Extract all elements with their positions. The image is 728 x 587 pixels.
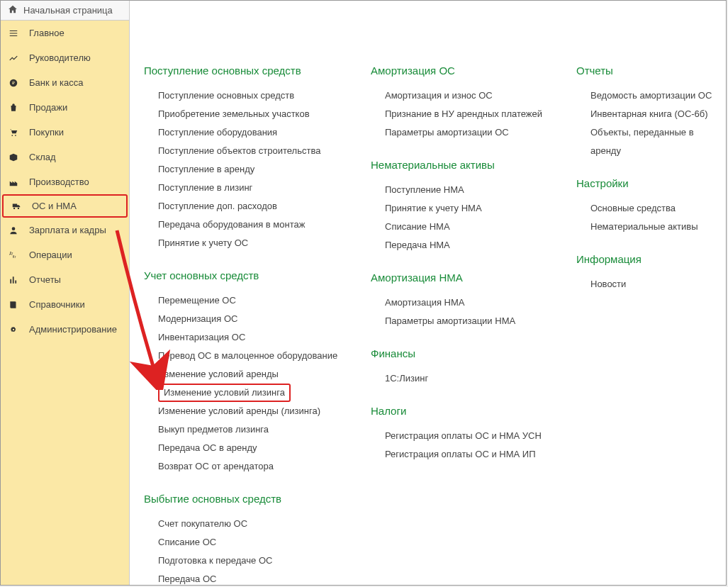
link-item[interactable]: Перемещение ОС: [158, 291, 349, 310]
section-title[interactable]: Налоги: [371, 405, 555, 417]
link-item[interactable]: Новости: [590, 275, 725, 294]
sidebar-item-main[interactable]: Главное: [1, 21, 129, 45]
sidebar-item-manager[interactable]: Руководителю: [1, 45, 129, 70]
section-title[interactable]: Финансы: [371, 347, 555, 359]
section-title[interactable]: Поступление основных средств: [144, 65, 349, 77]
section-title[interactable]: Выбытие основных средств: [144, 493, 349, 505]
link-item[interactable]: Поступление НМА: [385, 181, 555, 199]
link-item-leasing-change[interactable]: Изменение условий лизинга: [158, 384, 291, 402]
link-item[interactable]: Поступление основных средств: [158, 86, 349, 105]
link-item[interactable]: Поступление оборудования: [158, 123, 349, 142]
svg-point-2: [11, 135, 13, 136]
truck-icon: [11, 201, 22, 211]
sidebar-item-os-nma[interactable]: ОС и НМА: [2, 194, 128, 218]
link-list: Амортизация НМА Параметры амортизации НМ…: [385, 294, 555, 330]
link-item[interactable]: Изменение условий аренды (лизинга): [158, 402, 349, 420]
link-item[interactable]: Регистрация оплаты ОС и НМА УСН: [385, 427, 555, 445]
sidebar-item-admin[interactable]: Администрирование: [1, 317, 129, 342]
sidebar-item-label: Администрирование: [29, 324, 117, 335]
section-title[interactable]: Учет основных средств: [144, 269, 349, 281]
link-item[interactable]: 1С:Лизинг: [385, 369, 555, 388]
link-list: Регистрация оплаты ОС и НМА УСН Регистра…: [385, 427, 555, 464]
section-title[interactable]: Амортизация НМА: [371, 272, 555, 284]
column-1: Поступление основных средств Поступление…: [144, 65, 349, 571]
link-item[interactable]: Списание ОС: [158, 533, 349, 552]
cart-icon: [8, 128, 19, 138]
sidebar-item-purchases[interactable]: Покупки: [1, 120, 129, 145]
section-title[interactable]: Информация: [576, 253, 725, 265]
link-item[interactable]: Перевод ОС в малоценное оборудование: [158, 347, 349, 365]
link-item[interactable]: Принятие к учету НМА: [385, 199, 555, 218]
sidebar: Начальная страница Главное Руководителю …: [1, 1, 130, 585]
sidebar-item-label: Покупки: [29, 127, 64, 138]
link-item[interactable]: Амортизация НМА: [385, 294, 555, 312]
sidebar-item-label: Склад: [29, 152, 56, 162]
link-item[interactable]: Передача ОС: [158, 570, 349, 585]
sidebar-item-salary[interactable]: Зарплата и кадры: [1, 218, 129, 242]
link-list: 1С:Лизинг: [385, 369, 555, 388]
sidebar-item-warehouse[interactable]: Склад: [1, 145, 129, 169]
link-item[interactable]: Объекты, переданные в аренду: [590, 123, 725, 160]
link-item[interactable]: Изменение условий аренды: [158, 365, 349, 384]
link-item[interactable]: Модернизация ОС: [158, 310, 349, 328]
ruble-icon: ₽: [8, 78, 19, 88]
link-item[interactable]: Амортизация и износ ОС: [385, 86, 555, 105]
sidebar-item-bank[interactable]: ₽ Банк и касса: [1, 70, 129, 95]
section-title[interactable]: Нематериальные активы: [371, 159, 555, 171]
sidebar-item-label: ОС и НМА: [32, 201, 77, 211]
section-title[interactable]: Отчеты: [576, 65, 725, 77]
operations-icon: ДтКт: [8, 250, 19, 260]
factory-icon: [8, 177, 19, 187]
link-item[interactable]: Поступление доп. расходов: [158, 197, 349, 216]
link-list: Поступление НМА Принятие к учету НМА Спи…: [385, 181, 555, 255]
link-item[interactable]: Выкуп предметов лизинга: [158, 420, 349, 439]
link-item[interactable]: Возврат ОС от арендатора: [158, 457, 349, 476]
sidebar-item-sales[interactable]: Продажи: [1, 95, 129, 120]
link-item[interactable]: Поступление объектов строительства: [158, 142, 349, 160]
svg-point-4: [13, 207, 15, 208]
link-item[interactable]: Инвентаризация ОС: [158, 328, 349, 347]
link-item[interactable]: Нематериальные активы: [590, 218, 725, 236]
content-area: Поступление основных средств Поступление…: [130, 1, 726, 585]
link-item[interactable]: Регистрация оплаты ОС и НМА ИП: [385, 445, 555, 464]
link-item[interactable]: Приобретение земельных участков: [158, 105, 349, 123]
svg-point-6: [12, 227, 16, 230]
link-item[interactable]: Принятие к учету ОС: [158, 234, 349, 252]
link-item[interactable]: Признание в НУ арендных платежей: [385, 105, 555, 123]
sidebar-item-production[interactable]: Производство: [1, 169, 129, 194]
link-item[interactable]: Подготовка к передаче ОС: [158, 552, 349, 570]
link-item[interactable]: Параметры амортизации ОС: [385, 123, 555, 142]
link-item[interactable]: Передача ОС в аренду: [158, 439, 349, 457]
link-item[interactable]: Передача НМА: [385, 236, 555, 255]
link-item[interactable]: Списание НМА: [385, 218, 555, 236]
section-title[interactable]: Настройки: [576, 177, 725, 189]
link-item[interactable]: Поступление в аренду: [158, 160, 349, 179]
link-list: Счет покупателю ОС Списание ОС Подготовк…: [158, 515, 349, 585]
link-item[interactable]: Основные средства: [590, 199, 725, 218]
sidebar-item-ref[interactable]: Справочники: [1, 292, 129, 317]
link-item[interactable]: Поступление в лизинг: [158, 179, 349, 197]
section-title[interactable]: Амортизация ОС: [371, 65, 555, 77]
link-list: Основные средства Нематериальные активы: [590, 199, 725, 236]
link-item[interactable]: Передача оборудования в монтаж: [158, 216, 349, 234]
home-label: Начальная страница: [23, 5, 113, 16]
link-item[interactable]: Инвентарная книга (ОС-6б): [590, 105, 725, 123]
link-list: Ведомость амортизации ОС Инвентарная кни…: [590, 86, 725, 160]
sidebar-item-label: Отчеты: [29, 274, 61, 285]
svg-point-5: [18, 207, 19, 208]
svg-text:₽: ₽: [12, 80, 15, 85]
home-bar[interactable]: Начальная страница: [1, 1, 129, 21]
menu-icon: [8, 28, 19, 38]
sidebar-item-operations[interactable]: ДтКт Операции: [1, 242, 129, 267]
link-item[interactable]: Ведомость амортизации ОС: [590, 86, 725, 105]
bag-icon: [8, 103, 19, 113]
link-list: Амортизация и износ ОС Признание в НУ ар…: [385, 86, 555, 142]
link-list: Поступление основных средств Приобретени…: [158, 86, 349, 252]
link-list: Новости: [590, 275, 725, 294]
sidebar-item-label: Зарплата и кадры: [29, 225, 106, 235]
link-item[interactable]: Параметры амортизации НМА: [385, 312, 555, 330]
column-3: Отчеты Ведомость амортизации ОС Инвентар…: [576, 65, 725, 571]
sidebar-item-reports[interactable]: Отчеты: [1, 267, 129, 292]
sidebar-item-label: Продажи: [29, 102, 67, 113]
link-item[interactable]: Счет покупателю ОС: [158, 515, 349, 533]
